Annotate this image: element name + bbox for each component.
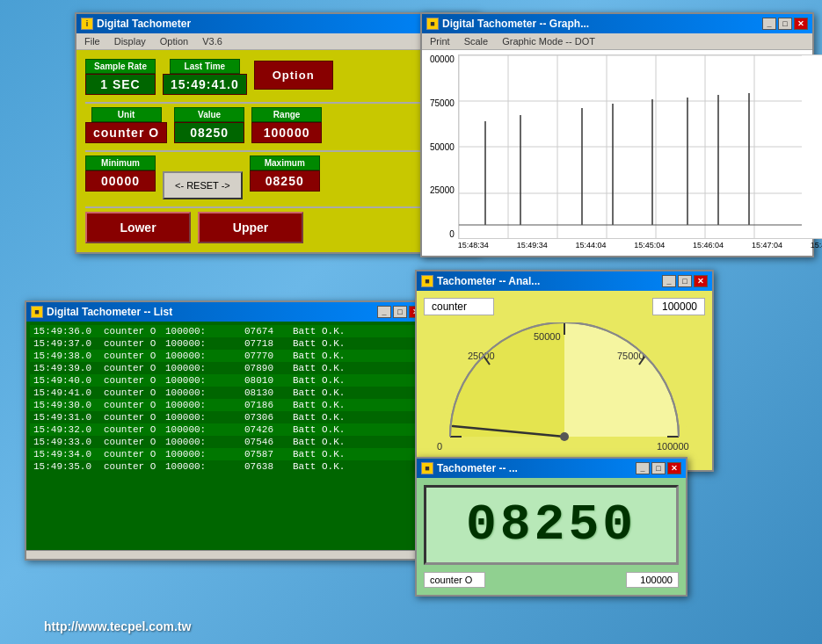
- y-label-0: 00000: [430, 54, 455, 64]
- y-label-3: 25000: [430, 185, 455, 195]
- sample-rate-value: 1 SEC: [85, 74, 156, 95]
- svg-text:0: 0: [437, 441, 442, 452]
- reset-button[interactable]: <- RESET ->: [163, 171, 243, 199]
- sample-rate-cell: Sample Rate 1 SEC: [85, 59, 156, 95]
- list-window: ■ Digital Tachometer -- List _ □ ✕ 15:49…: [25, 300, 429, 561]
- list-item: 15:49:39.0counter O100000:07890Batt O.K.: [30, 362, 424, 374]
- row-lower-upper: Lower Upper: [85, 212, 469, 243]
- graph-chart-area: 00000 75000 50000 25000 0: [426, 54, 808, 251]
- unit-cell: Unit counter O: [85, 107, 167, 143]
- digital-maximize[interactable]: □: [651, 462, 666, 474]
- main-tachometer-window: i Digital Tachometer ✕ File Display Opti…: [75, 12, 479, 254]
- svg-point-33: [560, 432, 569, 441]
- value-cell: Value 08250: [174, 107, 244, 143]
- y-label-2: 50000: [430, 142, 455, 152]
- digital-display-value: 08250: [466, 496, 637, 554]
- graph-maximize[interactable]: □: [778, 18, 792, 30]
- graph-x-axis: 15:48:34 15:49:34 15:44:04 15:45:04 15:4…: [458, 239, 822, 251]
- maximum-value: 08250: [250, 170, 320, 192]
- graph-menu-scale[interactable]: Scale: [462, 35, 491, 47]
- menu-file[interactable]: File: [82, 35, 103, 47]
- list-maximize[interactable]: □: [393, 306, 407, 318]
- list-item: 15:49:40.0counter O100000:08010Batt O.K.: [30, 374, 424, 387]
- graph-titlebar: ■ Digital Tachometer -- Graph... _ □ ✕: [422, 14, 812, 33]
- unit-label: Unit: [91, 107, 162, 122]
- analog-minimize[interactable]: _: [662, 275, 676, 287]
- analog-maximize[interactable]: □: [678, 275, 692, 287]
- digital-close[interactable]: ✕: [667, 462, 681, 474]
- graph-window: ■ Digital Tachometer -- Graph... _ □ ✕ P…: [420, 12, 814, 257]
- unit-value: counter O: [85, 122, 167, 143]
- x-label-6: 15:48:04: [811, 241, 822, 250]
- digital-minimize[interactable]: _: [636, 462, 650, 474]
- gauge-container: 0 25000 50000 75000 100000: [424, 322, 705, 463]
- main-tach-icon: i: [81, 18, 93, 30]
- main-tach-title: Digital Tachometer: [97, 18, 191, 30]
- list-scrollbar[interactable]: [26, 550, 427, 559]
- y-label-4: 0: [430, 229, 455, 239]
- x-label-3: 15:45:04: [634, 241, 665, 250]
- list-item: 15:49:35.0counter O100000:07638Batt O.K.: [30, 460, 424, 473]
- analog-close[interactable]: ✕: [694, 275, 708, 287]
- digital-range-value: 100000: [626, 572, 679, 588]
- list-item: 15:49:33.0counter O100000:07546Batt O.K.: [30, 436, 424, 448]
- range-cell: Range 100000: [251, 107, 322, 143]
- list-item: 15:49:36.0counter O100000:07674Batt O.K.: [30, 325, 424, 337]
- graph-close[interactable]: ✕: [794, 18, 808, 30]
- graph-menu-mode[interactable]: Graphic Mode -- DOT: [499, 35, 598, 47]
- digital-display-area: 08250: [424, 485, 679, 565]
- list-item: 15:49:38.0counter O100000:07770Batt O.K.: [30, 350, 424, 362]
- row-min-reset-max: Minimum 00000 <- RESET -> Maximum 08250: [85, 156, 469, 199]
- graph-menu-print[interactable]: Print: [427, 35, 453, 47]
- list-titlebar: ■ Digital Tachometer -- List _ □ ✕: [26, 302, 427, 322]
- list-body: 15:49:36.0counter O100000:07674Batt O.K.…: [26, 322, 427, 550]
- minimum-cell: Minimum 00000: [85, 156, 156, 192]
- main-tach-body: Sample Rate 1 SEC Last Time 15:49:41.0 O…: [76, 50, 477, 252]
- graph-canvas: [458, 54, 822, 239]
- x-label-0: 15:48:34: [458, 241, 489, 250]
- analog-window: ■ Tachometer -- Anal... _ □ ✕ counter 10…: [415, 270, 714, 472]
- lower-button[interactable]: Lower: [85, 212, 191, 243]
- menu-option[interactable]: Option: [157, 35, 191, 47]
- menu-version: V3.6: [200, 35, 225, 47]
- x-label-4: 15:46:04: [693, 241, 724, 250]
- y-label-1: 75000: [430, 98, 455, 108]
- upper-button[interactable]: Upper: [198, 212, 303, 243]
- main-tach-titlebar: i Digital Tachometer ✕: [76, 14, 477, 33]
- x-label-1: 15:49:34: [517, 241, 548, 250]
- footer-url: http://www.tecpel.com.tw: [44, 619, 192, 633]
- list-icon: ■: [31, 306, 43, 318]
- range-label: Range: [251, 107, 322, 122]
- digital-body: 08250 counter O 100000: [417, 478, 686, 595]
- option-button[interactable]: Option: [254, 61, 333, 90]
- minimum-label: Minimum: [85, 156, 156, 170]
- digital-unit-label: counter O: [424, 572, 485, 588]
- value-label: Value: [174, 107, 244, 122]
- digital-title: Tachometer -- ...: [437, 462, 518, 474]
- last-time-cell: Last Time 15:49:41.0: [163, 59, 247, 95]
- graph-svg: [459, 55, 802, 239]
- graph-menubar: Print Scale Graphic Mode -- DOT: [422, 33, 812, 50]
- range-value: 100000: [251, 122, 322, 143]
- svg-text:50000: 50000: [534, 331, 561, 342]
- graph-title: Digital Tachometer -- Graph...: [442, 18, 589, 30]
- maximum-label: Maximum: [250, 156, 320, 170]
- analog-icon: ■: [421, 275, 433, 287]
- reset-cell[interactable]: <- RESET ->: [163, 156, 243, 199]
- graph-minimize[interactable]: _: [762, 18, 776, 30]
- analog-titlebar: ■ Tachometer -- Anal... _ □ ✕: [417, 271, 712, 291]
- digital-footer: counter O 100000: [424, 572, 679, 588]
- list-item: 15:49:31.0counter O100000:07306Batt O.K.: [30, 411, 424, 423]
- analog-value: 100000: [652, 298, 705, 315]
- main-tach-menubar: File Display Option V3.6: [76, 33, 477, 50]
- list-item: 15:49:41.0counter O100000:08130Batt O.K.: [30, 387, 424, 399]
- option-cell[interactable]: Option: [254, 59, 333, 90]
- x-label-2: 15:44:04: [575, 241, 606, 250]
- list-minimize[interactable]: _: [377, 306, 391, 318]
- minimum-value: 00000: [85, 170, 156, 192]
- gauge-svg: 0 25000 50000 75000 100000: [428, 322, 701, 463]
- value-display: 08250: [174, 122, 244, 143]
- maximum-cell: Maximum 08250: [250, 156, 320, 192]
- row-unit-value-range: Unit counter O Value 08250 Range 100000: [85, 107, 469, 143]
- menu-display[interactable]: Display: [112, 35, 149, 47]
